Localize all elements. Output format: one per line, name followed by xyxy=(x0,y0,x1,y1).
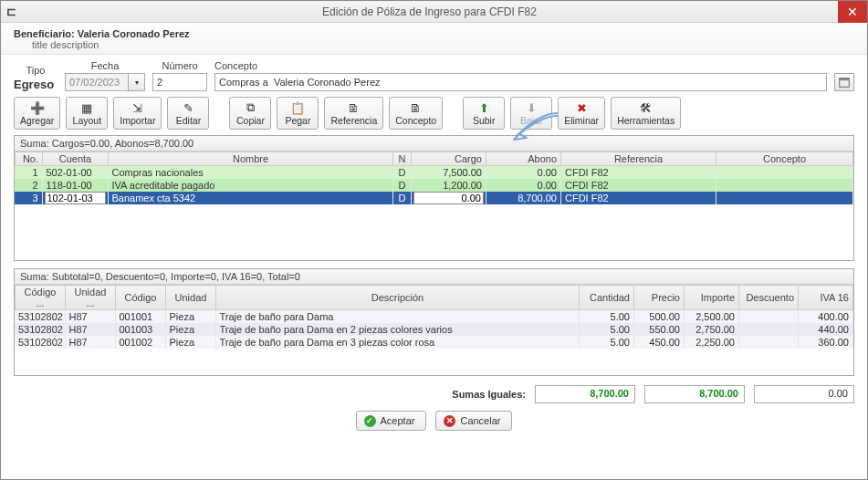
referencia-button[interactable]: 🗎Referencia xyxy=(324,97,383,130)
layout-label: Layout xyxy=(73,115,102,126)
eliminar-button[interactable]: ✖Eliminar xyxy=(558,97,605,130)
subir-button[interactable]: ⬆Subir xyxy=(463,97,505,130)
col-cuenta[interactable]: Cuenta xyxy=(43,152,109,166)
table-row-selected[interactable]: 3 Banamex cta 5342 D 8,700.00 CFDI F82 xyxy=(15,192,853,204)
importar-button[interactable]: ⇲Importar xyxy=(113,97,162,130)
arrow-down-icon: ⬇ xyxy=(527,100,537,115)
table-row[interactable]: 53102802H87001001PiezaTraje de baño para… xyxy=(15,310,853,323)
total-cargo: 8,700.00 xyxy=(535,385,635,403)
col-unidad[interactable]: Unidad xyxy=(166,286,216,310)
app-icon: ⊏ xyxy=(1,5,21,18)
accounts-grid[interactable]: Suma: Cargos=0.00, Abonos=8,700.00 No. C… xyxy=(14,135,854,261)
importar-label: Importar xyxy=(120,115,155,126)
editar-label: Editar xyxy=(176,115,201,126)
beneficiario-label: Beneficiario: Valeria Coronado Perez xyxy=(14,28,854,39)
editar-button[interactable]: ✎Editar xyxy=(167,97,209,130)
aceptar-label: Aceptar xyxy=(381,415,415,426)
referencia-label: Referencia xyxy=(330,115,377,126)
col-abono[interactable]: Abono xyxy=(486,152,561,166)
cancelar-button[interactable]: ✕Cancelar xyxy=(435,411,512,431)
check-icon: ✓ xyxy=(364,415,376,427)
titlebar: ⊏ Edición de Póliza de Ingreso para CFDI… xyxy=(1,1,867,23)
table-row[interactable]: 1 502-01-00 Compras nacionales D 7,500.0… xyxy=(15,166,853,179)
col-no[interactable]: No. xyxy=(16,152,43,166)
concepto-button[interactable]: 🗎Concepto xyxy=(389,97,443,130)
table-row[interactable]: 2 118-01-00 IVA acreditable pagado D 1,2… xyxy=(15,179,853,192)
fecha-input[interactable] xyxy=(65,73,129,91)
col-referencia[interactable]: Referencia xyxy=(561,152,716,166)
delete-icon: ✖ xyxy=(577,100,587,115)
edit-icon: ✎ xyxy=(183,100,193,115)
total-abono: 8,700.00 xyxy=(644,385,745,403)
tools-icon: 🛠 xyxy=(640,100,652,115)
calendar-icon xyxy=(838,76,851,89)
bajar-label: Bajar xyxy=(520,115,543,126)
aceptar-button[interactable]: ✓Aceptar xyxy=(356,411,427,431)
totals-row: Sumas Iguales: 8,700.00 8,700.00 0.00 xyxy=(14,385,854,403)
calendar-button[interactable] xyxy=(834,73,854,91)
arrow-up-icon: ⬆ xyxy=(479,100,489,115)
copiar-button[interactable]: ⧉Copiar xyxy=(229,97,271,130)
copy-icon: ⧉ xyxy=(246,100,255,115)
agregar-button[interactable]: ➕Agregar xyxy=(14,97,60,130)
svg-rect-1 xyxy=(840,78,850,81)
agregar-label: Agregar xyxy=(20,115,54,126)
header-description: title description xyxy=(14,39,854,50)
fields-row: Tipo Egreso Fecha ▾ Número Concepto xyxy=(14,60,854,91)
window-title: Edición de Póliza de Ingreso para CFDI F… xyxy=(21,5,838,18)
tipo-label: Tipo xyxy=(14,65,58,76)
sumas-label: Sumas Iguales: xyxy=(452,389,526,400)
col-descripcion[interactable]: Descripción xyxy=(216,286,580,310)
col-codigosat[interactable]: Código ... xyxy=(16,286,66,310)
fecha-dropdown-button[interactable]: ▾ xyxy=(129,73,145,91)
items-grid-summary: Suma: Subtotal=0, Descuento=0, Importe=0… xyxy=(15,269,853,285)
concepto-input[interactable] xyxy=(214,73,827,91)
fecha-label: Fecha xyxy=(65,60,145,71)
dialog-buttons: ✓Aceptar ✕Cancelar xyxy=(14,411,854,431)
col-unidadsat[interactable]: Unidad ... xyxy=(66,286,116,310)
cargo-cell-input[interactable] xyxy=(413,192,484,204)
concepto-label: Concepto xyxy=(214,60,827,71)
total-extra: 0.00 xyxy=(754,385,854,403)
toolbar: ➕Agregar ▦Layout ⇲Importar ✎Editar ⧉Copi… xyxy=(14,97,854,130)
numero-input[interactable] xyxy=(152,73,207,91)
col-cargo[interactable]: Cargo xyxy=(412,152,486,166)
import-icon: ⇲ xyxy=(132,100,142,115)
col-codigo[interactable]: Código xyxy=(116,286,166,310)
concepto-label: Concepto xyxy=(395,115,436,126)
layout-icon: ▦ xyxy=(81,100,92,115)
accounts-grid-summary: Suma: Cargos=0.00, Abonos=8,700.00 xyxy=(15,136,853,151)
header-strip: Beneficiario: Valeria Coronado Perez tit… xyxy=(1,23,867,55)
table-row[interactable]: 53102802H87001002PiezaTraje de baño para… xyxy=(15,336,853,349)
x-icon: ✕ xyxy=(444,415,455,427)
bajar-button[interactable]: ⬇Bajar xyxy=(510,97,552,130)
subir-label: Subir xyxy=(473,115,496,126)
paste-icon: 📋 xyxy=(290,100,305,115)
cuenta-cell-input[interactable] xyxy=(45,192,106,204)
close-button[interactable]: ✕ xyxy=(838,1,867,23)
pegar-label: Pegar xyxy=(285,115,310,126)
pegar-button[interactable]: 📋Pegar xyxy=(277,97,319,130)
tipo-value: Egreso xyxy=(14,78,58,91)
plus-icon: ➕ xyxy=(30,100,45,115)
herramientas-button[interactable]: 🛠Herramientas xyxy=(611,97,681,130)
numero-label: Número xyxy=(152,60,207,71)
col-iva[interactable]: IVA 16 xyxy=(799,286,853,310)
concept-icon: 🗎 xyxy=(410,100,422,115)
col-importe[interactable]: Importe xyxy=(685,286,739,310)
copiar-label: Copiar xyxy=(236,115,265,126)
col-precio[interactable]: Precio xyxy=(634,286,685,310)
eliminar-label: Eliminar xyxy=(564,115,599,126)
cancelar-label: Cancelar xyxy=(460,415,500,426)
col-cantidad[interactable]: Cantidad xyxy=(580,286,634,310)
herramientas-label: Herramientas xyxy=(617,115,675,126)
col-n[interactable]: N xyxy=(393,152,412,166)
col-concepto[interactable]: Concepto xyxy=(716,152,853,166)
table-row[interactable]: 53102802H87001003PiezaTraje de baño para… xyxy=(15,323,853,336)
layout-button[interactable]: ▦Layout xyxy=(66,97,108,130)
col-descuento[interactable]: Descuento xyxy=(739,286,799,310)
items-grid[interactable]: Suma: Subtotal=0, Descuento=0, Importe=0… xyxy=(14,268,854,376)
col-nombre[interactable]: Nombre xyxy=(109,152,393,166)
reference-icon: 🗎 xyxy=(348,100,360,115)
